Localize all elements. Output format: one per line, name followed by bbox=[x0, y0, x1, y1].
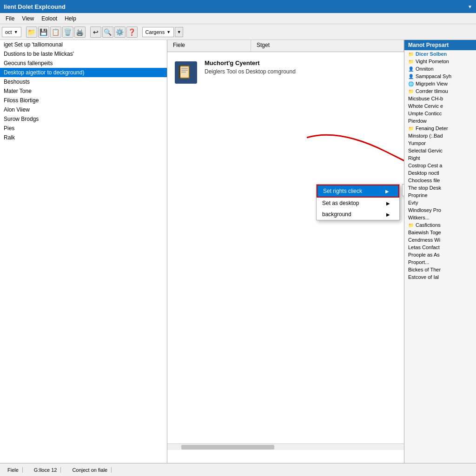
col-header-stget: Stget bbox=[251, 40, 404, 52]
status-item-3: Conject on fiale bbox=[68, 467, 112, 473]
left-item-3[interactable]: Desktop aigettior to deckground) bbox=[0, 68, 167, 77]
toolbar-dropdown-2[interactable]: Cargens ▼ bbox=[142, 27, 174, 37]
folder-icon-5: 📁 bbox=[408, 89, 414, 94]
right-item-26[interactable]: Letas Confact bbox=[404, 244, 476, 251]
svg-rect-4 bbox=[181, 72, 186, 73]
right-item-6[interactable]: Micsbuse CH-b bbox=[404, 95, 476, 102]
menu-bar: File View Eoloot Help bbox=[0, 13, 476, 24]
toolbar: oct ▼ 📁 💾 📋 🗑️ 🖨️ ↩ 🔍 ⚙️ ❓ Cargens ▼ ▼ bbox=[0, 24, 476, 40]
toolbar-btn-2[interactable]: 💾 bbox=[38, 26, 49, 38]
title-bar: lient Dolet Explcound ▼ bbox=[0, 0, 476, 13]
status-item-1: Fiele bbox=[4, 467, 23, 473]
right-item-4[interactable]: 🌐 Migrpeln View bbox=[404, 80, 476, 87]
user-icon-2: 👤 bbox=[408, 66, 414, 72]
right-item-1[interactable]: 📁 Vight Pometon bbox=[404, 58, 476, 65]
right-item-19[interactable]: Proprine bbox=[404, 192, 476, 199]
svg-rect-3 bbox=[181, 70, 188, 71]
toolbar-btn-6[interactable]: ↩ bbox=[90, 26, 101, 38]
scrollbar-thumb-h[interactable] bbox=[181, 445, 274, 450]
content-area: Muchort'g Cyentert Deiglers Tool os Desk… bbox=[167, 52, 404, 91]
menu-file[interactable]: File bbox=[2, 14, 18, 23]
right-item-17[interactable]: Chocloess file bbox=[404, 177, 476, 184]
right-item-28[interactable]: Proport... bbox=[404, 258, 476, 266]
left-item-0[interactable]: iget Set up 'talliomounal bbox=[0, 40, 167, 49]
right-item-13[interactable]: Selectal Gervic bbox=[404, 147, 476, 154]
menu-eoloot[interactable]: Eoloot bbox=[38, 14, 61, 23]
right-item-16[interactable]: Desktop noctl bbox=[404, 169, 476, 177]
right-item-11[interactable]: Minstorp (:.Bad bbox=[404, 132, 476, 139]
left-item-7[interactable]: Alon Viiew bbox=[0, 105, 167, 114]
left-item-1[interactable]: Dustions to be laste Mlickas' bbox=[0, 49, 167, 59]
context-menu: Set rights clieck ▶ Set as desktop ▶ bac… bbox=[316, 184, 400, 220]
title-text: lient Dolet Explcound bbox=[4, 3, 466, 10]
status-bar: Fiele G:lloce 12 Conject on fiale bbox=[0, 463, 476, 476]
right-item-9[interactable]: Pierdow bbox=[404, 117, 476, 125]
globe-icon-4: 🌐 bbox=[408, 81, 414, 86]
ctx-arrow-2: ▶ bbox=[386, 212, 390, 217]
right-item-8[interactable]: Umpte Conticc bbox=[404, 110, 476, 117]
submenu-item-right[interactable]: Right bbox=[403, 185, 404, 196]
right-item-3[interactable]: 👤 Samppacal Syh bbox=[404, 73, 476, 80]
column-headers: Fiele Stget bbox=[167, 40, 404, 52]
right-item-25[interactable]: Cendrness Wi bbox=[404, 236, 476, 244]
right-item-29[interactable]: Bickes of Ther bbox=[404, 266, 476, 273]
toolbar-btn-9[interactable]: ❓ bbox=[126, 26, 138, 38]
menu-help[interactable]: Help bbox=[61, 14, 80, 23]
left-item-9[interactable]: Pies bbox=[0, 124, 167, 133]
left-panel: iget Set up 'talliomounal Dustions to be… bbox=[0, 40, 167, 463]
left-item-10[interactable]: Ralk bbox=[0, 133, 167, 142]
user-icon-3: 👤 bbox=[408, 74, 414, 79]
right-item-23[interactable]: 📁 Casfictions bbox=[404, 221, 476, 229]
right-panel: Manot Prepsart 📁 Dicer Solben 📁 Vight Po… bbox=[404, 40, 476, 463]
toolbar-btn-8[interactable]: ⚙️ bbox=[114, 26, 126, 38]
content-text: Muchort'g Cyentert Deiglers Tool os Desk… bbox=[205, 60, 296, 75]
right-item-30[interactable]: Estcove of Ial bbox=[404, 273, 476, 281]
svg-rect-2 bbox=[181, 68, 188, 69]
ctx-arrow-1: ▶ bbox=[386, 201, 390, 206]
left-item-2[interactable]: Geocuns fallenpeits bbox=[0, 59, 167, 68]
content-icon bbox=[175, 61, 197, 84]
toolbar-btn-1[interactable]: 📁 bbox=[26, 26, 37, 38]
right-item-10[interactable]: 📁 Fenaing Deter bbox=[404, 125, 476, 132]
ctx-item-2[interactable]: background ▶ bbox=[317, 209, 399, 220]
left-item-5[interactable]: Mater Tone bbox=[0, 86, 167, 96]
right-item-27[interactable]: Proople as As bbox=[404, 251, 476, 258]
toolbar-btn-4[interactable]: 🗑️ bbox=[62, 26, 73, 38]
right-item-22[interactable]: Witkers... bbox=[404, 214, 476, 221]
toolbar-btn-7[interactable]: 🔍 bbox=[102, 26, 113, 38]
folder-icon-10: 📁 bbox=[408, 126, 414, 131]
ctx-arrow-0: ▶ bbox=[385, 189, 389, 194]
book-icon bbox=[178, 64, 194, 81]
left-item-4[interactable]: Beshousts bbox=[0, 77, 167, 86]
right-item-18[interactable]: The stop Desk bbox=[404, 184, 476, 192]
right-item-14[interactable]: Right bbox=[404, 154, 476, 162]
right-item-21[interactable]: Windlosey Pro bbox=[404, 206, 476, 214]
right-item-7[interactable]: Whote Cervic e bbox=[404, 102, 476, 110]
dropdown1-arrow: ▼ bbox=[14, 30, 18, 34]
center-panel: Fiele Stget Muchort'g Cyentert Deiglers … bbox=[167, 40, 404, 463]
status-item-2: G:lloce 12 bbox=[30, 467, 61, 473]
ctx-item-0[interactable]: Set rights clieck ▶ bbox=[317, 185, 399, 198]
right-item-15[interactable]: Costrop Cest a bbox=[404, 162, 476, 169]
right-item-24[interactable]: Baiewish Toge bbox=[404, 229, 476, 236]
toolbar-btn-3[interactable]: 📋 bbox=[50, 26, 61, 38]
main-layout: iget Set up 'talliomounal Dustions to be… bbox=[0, 40, 476, 463]
dropdown2-arrow: ▼ bbox=[166, 30, 171, 34]
menu-view[interactable]: View bbox=[18, 14, 38, 23]
left-item-6[interactable]: Filoss Biortige bbox=[0, 96, 167, 105]
right-panel-header: Manot Prepsart bbox=[404, 40, 476, 50]
toolbar-btn-5[interactable]: 🖨️ bbox=[74, 26, 86, 38]
right-item-12[interactable]: Yumpor bbox=[404, 139, 476, 147]
ctx-item-1[interactable]: Set as desktop ▶ bbox=[317, 198, 399, 209]
right-item-5[interactable]: 📁 Corrder tlimou bbox=[404, 87, 476, 95]
title-dropdown-icon[interactable]: ▼ bbox=[468, 4, 472, 9]
content-subtitle: Deiglers Tool os Desktop comground bbox=[205, 68, 296, 75]
col-header-fiele: Fiele bbox=[167, 40, 251, 52]
right-item-2[interactable]: 👤 Onniton bbox=[404, 65, 476, 73]
right-item-0[interactable]: 📁 Dicer Solben bbox=[404, 50, 476, 58]
toolbar-dropdown-1[interactable]: oct ▼ bbox=[2, 27, 21, 37]
left-item-8[interactable]: Surow Brodgs bbox=[0, 114, 167, 124]
horizontal-scrollbar[interactable] bbox=[167, 443, 404, 450]
right-item-20[interactable]: Evty bbox=[404, 199, 476, 206]
toolbar-small-btn[interactable]: ▼ bbox=[175, 27, 183, 37]
